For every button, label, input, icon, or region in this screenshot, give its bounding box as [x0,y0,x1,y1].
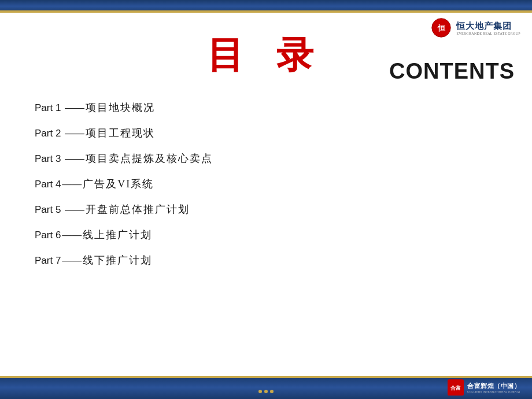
list-item: Part 6 —— 线上推广计划 [35,222,497,247]
part-text-7: 线下推广计划 [83,253,152,267]
part-dash-7: —— [62,255,82,267]
part-text-2: 项目工程现状 [86,126,155,140]
page-dot [270,390,274,393]
hefuhhuang-logo-icon: 合富 [448,379,464,396]
list-item: Part 5 —— 开盘前总体推广计划 [35,197,497,222]
list-item: Part 2 —— 项目工程现状 [35,120,497,146]
main-content: 目 录 CONTENTS Part 1 —— 项目地块概况 Part 2 —— … [0,13,532,376]
footer-logo: 合富 合富辉煌（中国） COLLIERS INTERNATIONAL (CHIN… [448,379,520,396]
page-indicator [258,390,274,393]
part-text-5: 开盘前总体推广计划 [86,202,190,216]
part-label-5: Part 5 [35,204,61,216]
page-dot [258,390,262,393]
part-label-4: Part 4 [35,179,61,190]
list-item: Part 7 —— 线下推广计划 [35,247,497,273]
part-label-1: Part 1 [35,102,61,114]
part-text-1: 项目地块概况 [86,101,155,114]
part-text-3: 项目卖点提炼及核心卖点 [86,152,213,165]
items-list: Part 1 —— 项目地块概况 Part 2 —— 项目工程现状 Part 3… [35,95,497,273]
bottom-bar-stripe [0,376,532,378]
part-dash-2: —— [62,128,84,139]
list-item: Part 4 —— 广告及VI系统 [35,171,497,197]
top-bar [0,0,532,13]
part-label-2: Part 2 [35,128,61,139]
part-label-7: Part 7 [35,255,61,267]
part-dash-4: —— [62,179,82,190]
part-dash-5: —— [62,204,84,216]
part-dash-3: —— [62,153,84,165]
footer-logo-main: 合富辉煌（中国） [467,382,520,390]
contents-label: CONTENTS [389,59,515,84]
part-text-4: 广告及VI系统 [83,177,154,191]
part-text-6: 线上推广计划 [83,228,152,242]
part-label-6: Part 6 [35,230,61,241]
part-dash-1: —— [62,102,84,114]
svg-text:合富: 合富 [450,385,461,391]
footer-logo-sub: COLLIERS INTERNATIONAL (CHINA) [467,390,520,393]
footer-logo-text: 合富辉煌（中国） COLLIERS INTERNATIONAL (CHINA) [467,382,520,393]
part-label-3: Part 3 [35,153,61,165]
list-item: Part 1 —— 项目地块概况 [35,95,497,120]
chinese-title: 目 录 [207,30,325,80]
list-item: Part 3 —— 项目卖点提炼及核心卖点 [35,146,497,171]
page-dot [264,390,268,393]
part-dash-6: —— [62,230,82,241]
bottom-bar: 合富 合富辉煌（中国） COLLIERS INTERNATIONAL (CHIN… [0,376,532,399]
